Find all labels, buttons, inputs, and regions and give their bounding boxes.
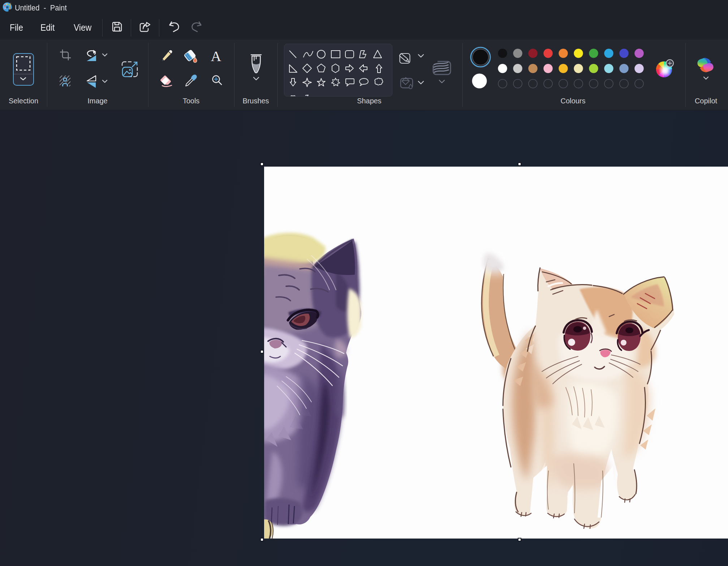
svg-text:A: A (211, 50, 221, 63)
